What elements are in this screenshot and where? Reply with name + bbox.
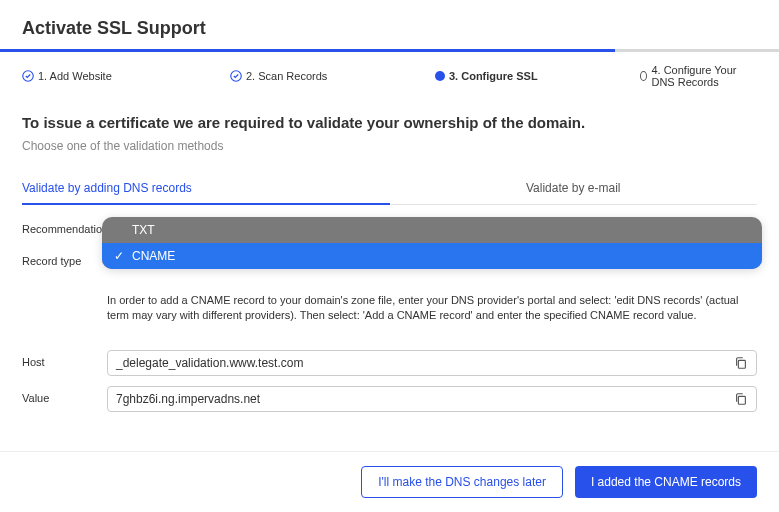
later-button[interactable]: I'll make the DNS changes later	[361, 466, 563, 498]
value-value: 7ghbz6i.ng.impervadns.net	[116, 392, 734, 406]
option-cname[interactable]: CNAME	[102, 243, 762, 269]
progress-bar	[0, 49, 779, 52]
step-label: 4. Configure Your DNS Records	[651, 64, 757, 88]
host-input[interactable]: _delegate_validation.www.test.com	[107, 350, 757, 376]
svg-rect-2	[738, 360, 745, 368]
content-heading: To issue a certificate we are required t…	[22, 114, 757, 131]
tab-dns[interactable]: Validate by adding DNS records	[22, 173, 390, 205]
value-label: Value	[22, 386, 107, 404]
validation-tabs: Validate by adding DNS records Validate …	[22, 173, 757, 205]
host-value: _delegate_validation.www.test.com	[116, 356, 734, 370]
step-configure-dns[interactable]: 4. Configure Your DNS Records	[640, 64, 757, 88]
record-type-label: Record type	[22, 249, 107, 267]
content-subheading: Choose one of the validation methods	[22, 139, 757, 153]
current-step-icon	[435, 71, 445, 81]
wizard-steps: 1. Add Website 2. Scan Records 3. Config…	[0, 64, 779, 114]
step-scan-records[interactable]: 2. Scan Records	[230, 64, 435, 88]
copy-icon[interactable]	[734, 356, 748, 370]
check-icon	[230, 70, 242, 82]
step-label: 1. Add Website	[38, 70, 112, 82]
step-add-website[interactable]: 1. Add Website	[22, 64, 230, 88]
tab-email[interactable]: Validate by e-mail	[390, 173, 758, 204]
page-title: Activate SSL Support	[0, 0, 779, 49]
step-configure-ssl[interactable]: 3. Configure SSL	[435, 64, 640, 88]
value-input[interactable]: 7ghbz6i.ng.impervadns.net	[107, 386, 757, 412]
check-icon	[22, 70, 34, 82]
added-button[interactable]: I added the CNAME records	[575, 466, 757, 498]
svg-rect-3	[738, 396, 745, 404]
future-step-icon	[640, 71, 647, 81]
copy-icon[interactable]	[734, 392, 748, 406]
progress-fill	[0, 49, 615, 52]
option-txt[interactable]: TXT	[102, 217, 762, 243]
host-label: Host	[22, 350, 107, 368]
footer: I'll make the DNS changes later I added …	[0, 451, 779, 512]
step-label: 3. Configure SSL	[449, 70, 538, 82]
record-type-dropdown: TXT CNAME	[102, 217, 762, 269]
step-label: 2. Scan Records	[246, 70, 327, 82]
record-type-hint: In order to add a CNAME record to your d…	[107, 293, 757, 324]
